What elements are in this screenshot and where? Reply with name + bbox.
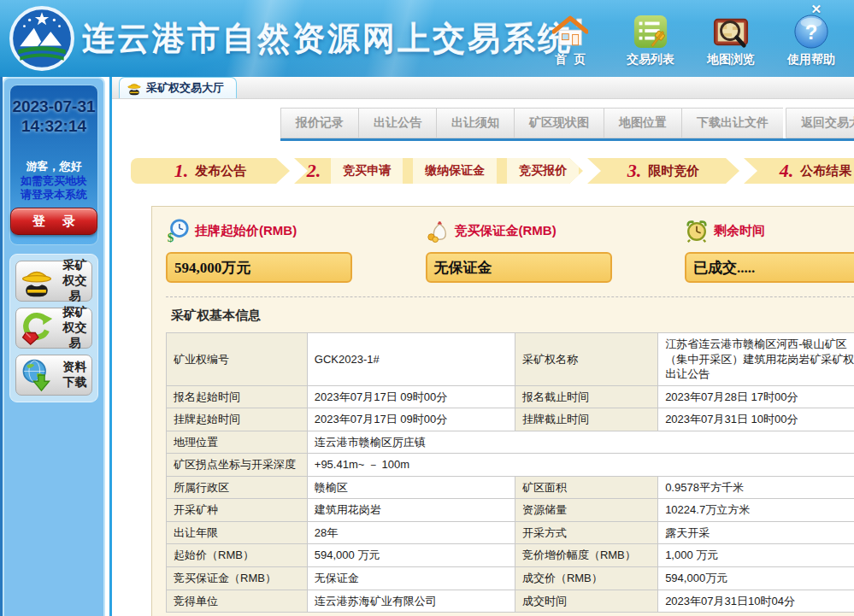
nav-transaction-list-label: 交易列表 (627, 52, 674, 67)
deposit-label: 竞买保证金(RMB) (455, 223, 557, 239)
nav-help-label: 使用帮助 (787, 52, 835, 67)
step-3: 3. 限时竞价 (587, 158, 739, 184)
field-label: 矿区面积 (515, 476, 657, 499)
field-value: 1,000 万元 (658, 544, 854, 567)
sidebar-menu: 采矿权交易 探矿权交易 (9, 254, 98, 402)
nav-map-browse[interactable]: 地图浏览 (700, 14, 762, 67)
field-label: 成交时间 (515, 590, 657, 613)
field-label: 矿区拐点坐标与开采深度 (167, 454, 308, 477)
login-button[interactable]: 登 录 (10, 208, 97, 235)
info-table: 矿业权编号GCK2023-1#采矿权名称江苏省连云港市赣榆区河西-银山矿区（集中… (166, 332, 854, 613)
current-date: 2023-07-31 (12, 97, 95, 117)
field-value: 赣榆区 (307, 476, 515, 499)
alarm-clock-icon (685, 219, 709, 243)
field-label: 报名截止时间 (515, 385, 657, 408)
starting-price-value: 594,000万元 (166, 252, 352, 283)
field-label: 挂牌截止时间 (515, 408, 657, 431)
app-header: 连云港市自然资源网上交易系统 ✕ 首 页 (0, 0, 854, 77)
header-nav: 首 页 交易列表 (539, 14, 842, 67)
step-4-label: 公布结果 (800, 163, 851, 179)
step-2: 2. 竞买申请 缴纳保证金 竞买报价 (294, 158, 583, 184)
table-row: 所属行政区赣榆区矿区面积0.9578平方千米 (167, 476, 854, 499)
starting-price-block: $ 挂牌起始价(RMB) 594,000万元 (166, 217, 352, 283)
table-row: 地理位置连云港市赣榆区厉庄镇 (167, 431, 854, 454)
nav-home[interactable]: 首 页 (539, 14, 601, 67)
starting-price-label: 挂牌起始价(RMB) (195, 223, 297, 239)
step-2-number: 2. (307, 160, 321, 182)
table-row: 开采矿种建筑用花岗岩资源储量10224.7万立方米 (167, 499, 854, 522)
field-label: 竞得单位 (167, 590, 308, 613)
table-row: 矿区拐点坐标与开采深度+95.41m~ － 100m (167, 454, 854, 477)
field-label: 地理位置 (167, 431, 308, 454)
miner-icon (20, 264, 54, 298)
pay-deposit-button[interactable]: 缴纳保证金 (413, 158, 497, 184)
field-value: 2023年07月17日 09时00分 (307, 385, 515, 408)
nav-transaction-list[interactable]: 交易列表 (620, 14, 681, 67)
sidebar: 2023-07-31 14:32:14 游客，您好 如需竞买地块 请登录本系统 … (3, 77, 105, 616)
summary-row: $ 挂牌起始价(RMB) 594,000万元 竞买保证 (166, 217, 854, 283)
field-value: GCK2023-1# (307, 333, 515, 386)
nav-help[interactable]: ? 使用帮助 (780, 14, 842, 67)
main-area: 采矿权交易大厅 报价记录 出让公告 出让须知 矿区现状图 地图位置 下载出让文件… (109, 77, 854, 616)
tab-strip: 采矿权交易大厅 (112, 77, 854, 99)
nav-home-label: 首 页 (555, 52, 586, 67)
process-steps: 1. 发布公告 2. 竞买申请 缴纳保证金 竞买报价 3. 限时竞价 4. 公布… (131, 158, 854, 184)
nav-map-browse-label: 地图浏览 (707, 52, 755, 67)
toolbar-transfer-announcement[interactable]: 出让公告 (358, 108, 436, 138)
table-row: 竞买保证金（RMB）无保证金成交价（RMB）594,000万元 (167, 567, 854, 590)
field-value: 594,000 万元 (307, 544, 515, 567)
deposit-block: 竞买保证金(RMB) 无保证金 (426, 217, 612, 283)
step-4-number: 4. (780, 160, 794, 182)
transaction-list-icon (633, 14, 668, 50)
toolbar-quote-records[interactable]: 报价记录 (280, 108, 358, 138)
basic-info-title: 采矿权基本信息 (171, 308, 854, 324)
toolbar-back-to-hall[interactable]: 返回交易大厅 (786, 108, 854, 138)
toolbar-map-location[interactable]: 地图位置 (604, 108, 681, 138)
field-value: 2023年07月31日10时04分 (658, 590, 854, 613)
listing-panel: $ 挂牌起始价(RMB) 594,000万元 竞买保证 (151, 206, 854, 616)
toolbar-transfer-notice[interactable]: 出让须知 (436, 108, 514, 138)
field-value: 10224.7万立方米 (658, 499, 854, 522)
bid-quote-button[interactable]: 竞买报价 (507, 158, 579, 184)
table-row: 起始价（RMB）594,000 万元竞价增价幅度（RMB）1,000 万元 (167, 544, 854, 567)
field-label: 出让年限 (167, 521, 308, 544)
step-1-number: 1. (174, 160, 189, 182)
current-time: 14:32:14 (21, 117, 86, 137)
field-value: +95.41m~ － 100m (307, 454, 854, 477)
map-browse-icon (713, 14, 749, 50)
table-row: 出让年限28年开采方式露天开采 (167, 521, 854, 544)
login-hint-line2: 请登录本系统 (21, 188, 87, 202)
clock-money-icon: $ (166, 219, 190, 243)
field-label: 开采方式 (515, 521, 657, 544)
field-label: 挂牌起始时间 (167, 408, 308, 431)
sidebar-item-mining-rights-label: 采矿权交易 (58, 258, 91, 304)
remaining-time-label: 剩余时间 (714, 223, 765, 239)
field-label: 所属行政区 (167, 476, 308, 499)
remaining-time-block: 剩余时间 已成交..... (685, 217, 854, 283)
field-value: 江苏省连云港市赣榆区河西-银山矿区（集中开采区）建筑用花岗岩矿采矿权出让公告 (658, 333, 854, 386)
field-value: 无保证金 (307, 567, 515, 590)
field-value: 594,000万元 (658, 567, 854, 590)
field-label: 开采矿种 (167, 499, 308, 522)
step-1: 1. 发布公告 (131, 158, 290, 184)
sidebar-item-mining-rights[interactable]: 采矿权交易 (15, 261, 92, 302)
app-logo-icon (9, 5, 75, 72)
tab-mining-hall[interactable]: 采矿权交易大厅 (119, 77, 237, 98)
field-label: 资源储量 (515, 499, 657, 522)
page-title: 连云港市自然资源网上交易系统 (82, 17, 573, 61)
field-value: 露天开采 (658, 521, 854, 544)
remaining-time-value: 已成交..... (685, 252, 854, 283)
field-label: 矿业权编号 (167, 333, 308, 386)
bid-application-button[interactable]: 竞买申请 (331, 158, 403, 184)
field-label: 竞价增价幅度（RMB） (515, 544, 657, 567)
step-1-label: 发布公告 (195, 163, 246, 179)
sidebar-item-download[interactable]: 资料下载 (15, 355, 92, 396)
toolbar-download-documents[interactable]: 下载出让文件 (681, 108, 783, 138)
login-hint-line1: 如需竞买地块 (21, 174, 87, 188)
svg-text:$: $ (168, 231, 174, 243)
field-label: 采矿权名称 (515, 333, 657, 386)
field-value: 28年 (307, 521, 515, 544)
field-label: 起始价（RMB） (167, 544, 308, 567)
sidebar-item-exploration-rights[interactable]: 探矿权交易 (15, 308, 92, 349)
toolbar-mine-status-map[interactable]: 矿区现状图 (514, 108, 604, 138)
